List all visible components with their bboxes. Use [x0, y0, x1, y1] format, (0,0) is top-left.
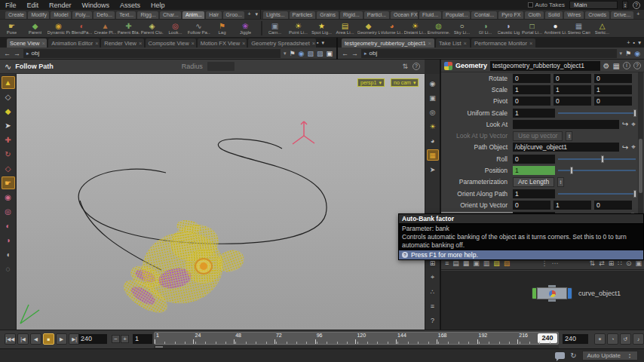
param-path-field[interactable] [513, 120, 619, 129]
new-tab-icon[interactable]: + [627, 39, 630, 46]
param-path-field[interactable]: /obj/curve_object1 [513, 143, 619, 152]
path-field[interactable]: ▸ obj [23, 49, 281, 58]
param-label[interactable]: Rotate [441, 75, 513, 82]
shelf-tab-create[interactable]: Create [5, 11, 26, 19]
pane-tab-testgeometry-rubbertoy-object1[interactable]: testgeometry_rubbertoy_object1× [342, 38, 434, 48]
param-field[interactable]: 1 [513, 85, 550, 94]
menu-item-assets[interactable]: Assets [115, 2, 146, 9]
param-label[interactable]: Position [441, 167, 513, 174]
play-reverse-button[interactable]: ◀ [30, 333, 41, 345]
timeline-ruler[interactable]: 240 124487296120144168192216 [154, 332, 559, 345]
help-icon[interactable]: ? [412, 63, 420, 70]
view-help-icon[interactable]: ? [427, 314, 439, 326]
param-slider[interactable] [558, 155, 636, 164]
shelf-tool-dynamic-pa[interactable]: ◉Dynamic Pa... [47, 20, 70, 37]
help-icon[interactable]: ? [633, 2, 640, 9]
param-field[interactable]: 1 [554, 85, 591, 94]
zoom-search-icon[interactable]: ⊙ [626, 260, 632, 267]
op-pick-icon[interactable]: ⌖ [631, 120, 636, 129]
shelf-tool-stereo-cam[interactable]: ▦Stereo Cam... [567, 20, 590, 37]
param-label[interactable]: Uniform Scale [441, 109, 513, 117]
pane-tab-render-view[interactable]: Render View× [101, 38, 143, 48]
net-tree-icon[interactable]: ≡ [445, 260, 449, 267]
param-label[interactable]: Roll [441, 155, 513, 163]
cook-mode-icon[interactable]: ◉ [634, 50, 640, 57]
shelf-tab-particles[interactable]: Particles [290, 11, 316, 19]
shelf-tab-char[interactable]: Char... [160, 11, 181, 19]
shelf-tool-sky-li[interactable]: ○Sky Li... [450, 20, 474, 37]
param-label[interactable]: Parameterization [441, 178, 513, 186]
shelf-tool-switc[interactable]: △Switc... [590, 20, 614, 37]
slider-handle[interactable] [633, 109, 636, 117]
shelf-tab-fluid[interactable]: Fluid... [419, 11, 441, 19]
param-field[interactable]: 1 [513, 109, 555, 118]
frame-icon[interactable]: ▦ [613, 62, 620, 70]
shelf-tab-solid[interactable]: Solid [545, 11, 563, 19]
previous-keyframe-button[interactable]: |◀ [17, 333, 29, 345]
viewport-nocam-label[interactable]: no cam ▾ [391, 78, 419, 87]
secure-selection-icon[interactable]: ▲ [2, 76, 15, 89]
shelf-tab-ocean-fx[interactable]: Ocean FX [391, 11, 418, 19]
path-dropdown-icon[interactable]: ▾ [620, 51, 623, 57]
forward-arrow-icon[interactable]: → [351, 50, 358, 57]
shelf-tool-cam[interactable]: ▣Cam... [263, 20, 287, 37]
close-tab-icon[interactable]: × [312, 40, 315, 47]
scrollbar-handle[interactable] [639, 139, 642, 193]
param-field[interactable]: 0 [594, 97, 632, 106]
shelf-tool-jiggle[interactable]: ❀Jiggle [234, 20, 257, 37]
visibility-icon[interactable]: ◉ [427, 78, 439, 89]
cook-mode-icon[interactable]: ◉ [299, 50, 305, 57]
pane-tab-take-list[interactable]: Take List× [436, 38, 470, 48]
translate-tool-icon[interactable]: ✚ [2, 133, 15, 146]
update-mode-spinner[interactable]: ▴ ▾ [627, 352, 633, 360]
param-field[interactable]: 0 [554, 74, 591, 83]
shelf-tool-pose[interactable]: ☛Pose [0, 20, 23, 37]
param-label[interactable]: Scale [441, 86, 513, 94]
take-selector[interactable]: Main [569, 1, 618, 9]
pane-tab-performance-monitor[interactable]: Performance Monitor× [471, 38, 535, 48]
render-flag[interactable] [567, 287, 572, 299]
pose-tool-icon[interactable]: ☛ [2, 176, 15, 189]
shelf-tool-gi-li[interactable]: ◑GI Li... [474, 20, 497, 37]
shelf-tab-cloth[interactable]: Cloth [525, 11, 543, 19]
hand-tool-icon[interactable]: ◖ [2, 248, 15, 261]
param-field[interactable]: 1 [554, 201, 591, 210]
shelf-tab-groo[interactable]: Groo... [223, 11, 245, 19]
param-field[interactable]: 0 [594, 74, 632, 83]
shelf-tool-parent[interactable]: ◆Parent [23, 20, 47, 37]
lighting-icon[interactable]: ☀ [427, 121, 439, 132]
shelf-tool-environme[interactable]: ◍Environme... [427, 20, 450, 37]
close-tab-icon[interactable]: × [428, 40, 431, 47]
param-field[interactable]: 1 [594, 85, 632, 94]
shelf-tab-contai[interactable]: Contai... [471, 11, 497, 19]
shelf-tool-parent-bla[interactable]: ✚Parent Bla... [117, 20, 140, 37]
refresh-icon[interactable]: ↻ [570, 351, 576, 360]
update-mode-selector[interactable]: Auto Update ▴ ▾ [582, 351, 638, 360]
dot-grid-icon[interactable]: ∷ [618, 260, 622, 267]
shelf-tool-geometry-l[interactable]: ◆Geometry L... [357, 20, 380, 37]
shelf-tool-create-pl[interactable]: ▲Create Pl... [94, 20, 117, 37]
shelf-tool-follow-pa[interactable]: ∿Follow Pa... [187, 20, 210, 37]
camera-view-icon[interactable]: ◎ [427, 106, 439, 118]
layout-vertical-icon[interactable]: ⇅ [590, 260, 596, 267]
sticky-note-icon[interactable]: ▨ [493, 260, 500, 267]
pane-tab-geometry-spreadsheet[interactable]: Geometry Spreadsheet× [248, 38, 316, 48]
param-label[interactable]: Orient Up Vector [441, 201, 513, 209]
pane-tab-composite-view[interactable]: Composite View× [146, 38, 196, 48]
param-field[interactable]: 0 [513, 201, 550, 210]
param-label[interactable]: Look At Up Vector [441, 132, 513, 140]
start-frame-field[interactable]: 1 [133, 334, 152, 344]
info-icon[interactable]: i [623, 62, 630, 69]
node-name-field[interactable]: testgeometry_rubbertoy_object1 [490, 61, 600, 71]
scale-tool-icon[interactable]: ◇ [2, 162, 15, 175]
path-dropdown-icon[interactable]: ▾ [284, 51, 287, 57]
op-jump-icon[interactable]: ↪ [622, 143, 628, 152]
close-tab-icon[interactable]: × [139, 40, 142, 47]
close-tab-icon[interactable]: × [464, 40, 467, 47]
viewport-camera-label[interactable]: persp1 ▾ [357, 78, 385, 87]
network-box-icon[interactable]: ▧ [504, 260, 511, 267]
audio-options-icon[interactable]: ♪ [633, 333, 644, 345]
shelf-tab-text[interactable]: Text... [116, 11, 136, 19]
op-pick-icon[interactable]: ⌖ [631, 143, 636, 152]
pane-maximize-icon[interactable]: ▪ [317, 40, 318, 45]
